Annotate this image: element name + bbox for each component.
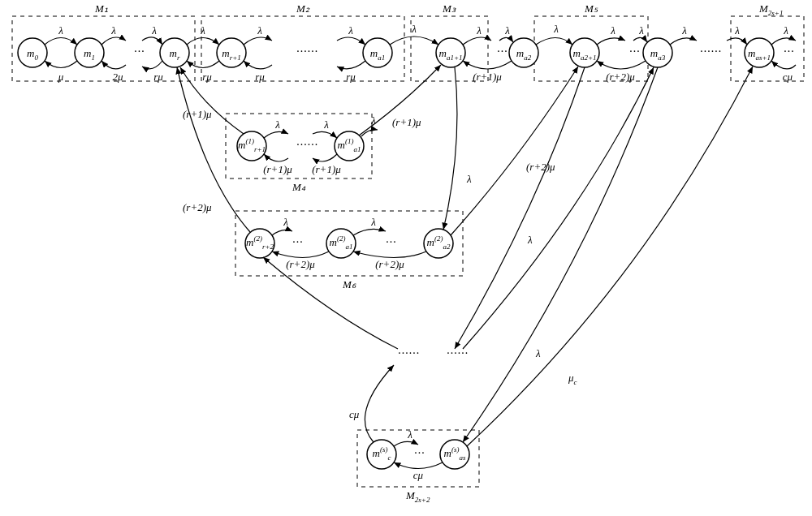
svg-text:······: ······ <box>296 139 318 151</box>
svg-text:cμ: cμ <box>413 469 424 481</box>
svg-text:λ: λ <box>681 24 687 37</box>
svg-text:λ: λ <box>257 24 262 37</box>
svg-text:rμ: rμ <box>255 71 265 83</box>
svg-text:(r+1)μ: (r+1)μ <box>392 116 421 128</box>
svg-text:M₂: M₂ <box>296 2 310 15</box>
arc-m0-m1 <box>45 38 77 45</box>
svg-text:λ: λ <box>553 23 559 35</box>
svg-text:cμ: cμ <box>783 71 793 83</box>
svg-text:μ: μ <box>58 71 64 83</box>
svg-text:(r+2)μ: (r+2)μ <box>606 71 635 83</box>
arc-m1-m0 <box>45 61 77 68</box>
svg-text:···: ··· <box>134 45 145 58</box>
svg-text:rμ: rμ <box>153 71 163 83</box>
arc-m1-out <box>102 37 126 45</box>
state-mbot1 <box>367 440 396 469</box>
svg-text:······: ······ <box>398 347 420 359</box>
svg-text:(r+1)μ: (r+1)μ <box>183 108 212 120</box>
svg-text:······: ······ <box>700 45 722 58</box>
svg-text:(r+1)μ: (r+1)μ <box>473 71 502 83</box>
svg-text:M₃: M₃ <box>442 2 456 15</box>
svg-text:λ: λ <box>200 24 205 37</box>
svg-text:M2s+2: M2s+2 <box>405 489 430 504</box>
svg-text:···: ··· <box>497 45 508 58</box>
arc-in-m1 <box>102 61 126 69</box>
svg-text:λ: λ <box>274 118 280 131</box>
svg-text:cμ: cμ <box>349 408 360 420</box>
svg-text:···: ··· <box>386 236 397 248</box>
svg-text:(r+1)μ: (r+1)μ <box>312 163 341 175</box>
svg-text:λ: λ <box>734 24 740 37</box>
svg-text:λ: λ <box>348 24 353 37</box>
svg-text:(r+2)μ: (r+2)μ <box>526 161 555 173</box>
svg-text:rμ: rμ <box>346 71 356 83</box>
svg-text:rμ: rμ <box>202 71 212 83</box>
svg-text:λ: λ <box>535 347 541 359</box>
svg-text:···: ··· <box>292 236 304 248</box>
svg-text:μc: μc <box>568 372 577 386</box>
svg-text:(r+2)μ: (r+2)μ <box>183 201 212 213</box>
svg-text:2μ: 2μ <box>112 71 123 83</box>
svg-text:λ: λ <box>527 234 533 246</box>
svg-text:λ: λ <box>151 24 157 37</box>
svg-text:λ: λ <box>407 428 412 441</box>
svg-text:M2s+1: M2s+1 <box>758 2 783 17</box>
svg-text:(r+2)μ: (r+2)μ <box>286 258 315 270</box>
markov-chain-diagram: M₁ M₂ M₃ M₅ M2s+1 M₄ M₆ M2s+2 m0 m1 mr m… <box>0 0 812 516</box>
svg-text:λ: λ <box>58 24 63 37</box>
svg-text:(r+1)μ: (r+1)μ <box>263 163 292 175</box>
svg-text:λ: λ <box>638 24 644 37</box>
svg-text:M₆: M₆ <box>342 278 356 290</box>
svg-text:λ: λ <box>411 23 417 35</box>
svg-text:(r+2)μ: (r+2)μ <box>375 258 404 270</box>
svg-text:λ: λ <box>283 216 288 228</box>
svg-text:M₁: M₁ <box>94 2 108 15</box>
svg-text:λ: λ <box>466 173 472 185</box>
svg-text:···: ··· <box>629 45 641 58</box>
svg-text:λ: λ <box>323 118 329 131</box>
svg-text:···: ··· <box>784 45 795 58</box>
svg-text:λ: λ <box>504 24 510 37</box>
svg-text:···: ··· <box>414 447 425 459</box>
svg-text:······: ······ <box>447 347 469 359</box>
svg-text:λ: λ <box>610 24 615 37</box>
svg-text:M₅: M₅ <box>584 2 598 15</box>
svg-text:M₄: M₄ <box>292 181 306 193</box>
svg-text:λ: λ <box>476 24 482 37</box>
svg-text:λ: λ <box>370 216 376 228</box>
svg-text:λ: λ <box>110 24 116 37</box>
svg-text:······: ······ <box>296 45 318 58</box>
svg-text:λ: λ <box>783 24 788 37</box>
